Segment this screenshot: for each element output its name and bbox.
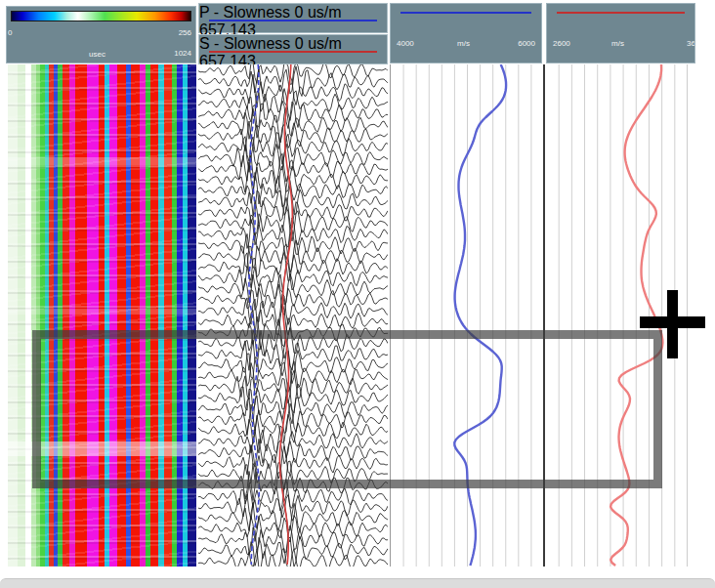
waveform-track[interactable] — [198, 64, 388, 567]
time-units-label: usec — [89, 50, 105, 59]
vp-scale-line — [400, 12, 531, 14]
vs-scale-line — [557, 12, 685, 14]
vp-track-header: 4000 m/s 6000 — [390, 3, 542, 63]
vdl-track[interactable] — [8, 64, 196, 567]
s-scale-line — [209, 51, 377, 53]
p-scale-line — [209, 20, 377, 21]
selection-rectangle[interactable] — [32, 330, 662, 488]
s-slowness-title: S - Slowness — [199, 35, 290, 52]
vp-plot — [391, 64, 544, 567]
color-scale-bar — [11, 11, 191, 21]
vs-track-header: 2600 m/s 36 — [546, 3, 695, 63]
vdl-light-band — [8, 309, 196, 315]
colorbar-min-label: 0 — [8, 28, 12, 37]
waveform-plot — [198, 64, 388, 567]
track-separator — [543, 64, 545, 567]
p-min-label: 0 — [295, 4, 304, 21]
vs-min-label: 2600 — [553, 39, 570, 48]
p-slowness-header: P - Slowness 0 us/m 657.143 — [198, 3, 388, 33]
p-units-label: us/m — [308, 4, 342, 21]
s-slowness-header: S - Slowness 0 us/m 657.143 — [198, 34, 388, 64]
vdl-texture-overlay2 — [8, 64, 196, 567]
vs-max-label: 36 — [687, 39, 695, 48]
window-bottom-bar — [0, 578, 715, 588]
slowness-track-header: P - Slowness 0 us/m 657.143 S - Slowness… — [198, 3, 388, 64]
crosshair-vertical-bar — [667, 290, 678, 358]
s-min-label: 0 — [295, 35, 304, 52]
time-max-label: 1024 — [174, 49, 191, 58]
log-viewer-window: 0 256 usec 1024 P - Slowness 0 us/m 657.… — [0, 0, 715, 588]
s-units-label: us/m — [308, 35, 342, 52]
vp-max-label: 6000 — [518, 39, 535, 48]
vs-units-label: m/s — [611, 39, 624, 48]
vp-units-label: m/s — [457, 39, 470, 48]
colorbar-max-label: 256 — [179, 28, 191, 37]
vdl-track-header: 0 256 usec 1024 — [6, 6, 196, 63]
p-slowness-title: P - Slowness — [199, 4, 290, 21]
vp-track[interactable] — [390, 64, 543, 567]
vp-min-label: 4000 — [397, 39, 414, 48]
vdl-light-band — [8, 157, 196, 165]
